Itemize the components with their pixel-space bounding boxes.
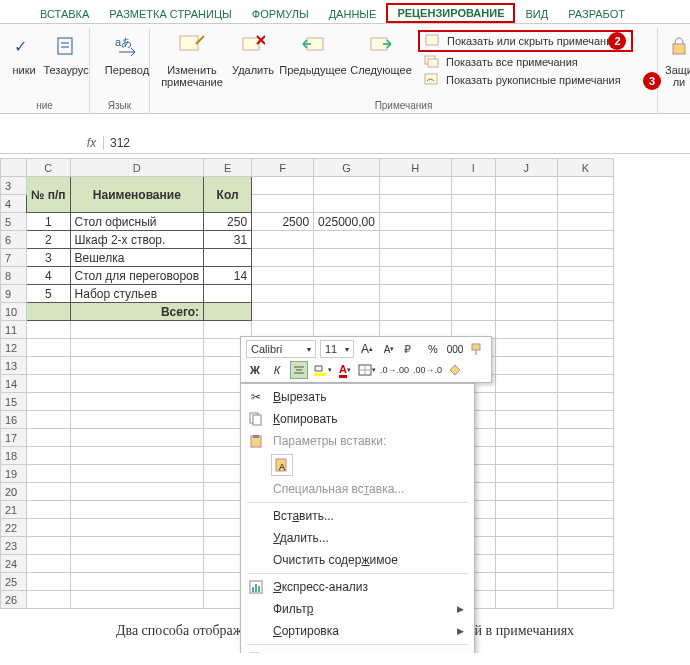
cell[interactable] xyxy=(557,465,613,483)
menu-clear[interactable]: Очистить содержимое xyxy=(241,549,474,571)
row-header[interactable]: 5 xyxy=(1,213,27,231)
col-header[interactable]: I xyxy=(451,159,495,177)
row-header[interactable]: 11 xyxy=(1,321,27,339)
cell[interactable] xyxy=(252,195,314,213)
col-header[interactable]: D xyxy=(70,159,204,177)
cell-name[interactable]: Стол для переговоров xyxy=(70,267,204,285)
menu-edit-comment[interactable]: Изменить примечание xyxy=(241,647,474,653)
increase-font-icon[interactable]: A▴ xyxy=(358,340,376,358)
cell[interactable] xyxy=(495,483,557,501)
format-painter-icon[interactable] xyxy=(468,340,486,358)
col-header[interactable]: H xyxy=(379,159,451,177)
cell[interactable]: 2500 xyxy=(252,213,314,231)
tab-insert[interactable]: ВСТАВКА xyxy=(30,5,99,23)
row-header[interactable]: 24 xyxy=(1,555,27,573)
row-header[interactable]: 15 xyxy=(1,393,27,411)
row-header[interactable]: 8 xyxy=(1,267,27,285)
cell[interactable] xyxy=(495,591,557,609)
cell[interactable] xyxy=(495,339,557,357)
cell-name[interactable]: Вешелка xyxy=(70,249,204,267)
cell[interactable] xyxy=(495,303,557,321)
cell[interactable] xyxy=(451,267,495,285)
italic-button[interactable]: К xyxy=(268,361,286,379)
row-header[interactable]: 13 xyxy=(1,357,27,375)
cell[interactable] xyxy=(557,501,613,519)
cell[interactable] xyxy=(70,321,204,339)
cell[interactable] xyxy=(495,213,557,231)
cell[interactable] xyxy=(314,303,380,321)
cell-name[interactable]: Набор стульев xyxy=(70,285,204,303)
col-header[interactable]: E xyxy=(204,159,252,177)
translate-button[interactable]: aあ Перевод xyxy=(96,28,158,78)
tab-developer[interactable]: РАЗРАБОТ xyxy=(558,5,635,23)
cell[interactable] xyxy=(27,519,71,537)
cell[interactable] xyxy=(27,411,71,429)
menu-quick-analysis[interactable]: Экспресс-анализ xyxy=(241,576,474,598)
font-select[interactable]: Calibri▾ xyxy=(246,340,316,358)
cell[interactable] xyxy=(495,375,557,393)
cell[interactable] xyxy=(314,177,380,195)
cell[interactable] xyxy=(557,429,613,447)
font-size-select[interactable]: 11▾ xyxy=(320,340,354,358)
cell[interactable] xyxy=(27,555,71,573)
col-header[interactable]: C xyxy=(27,159,71,177)
cell[interactable] xyxy=(252,303,314,321)
percent-format-icon[interactable]: % xyxy=(424,340,442,358)
cell[interactable] xyxy=(557,555,613,573)
cell[interactable] xyxy=(495,555,557,573)
row-header[interactable]: 18 xyxy=(1,447,27,465)
cell[interactable] xyxy=(314,195,380,213)
row-header[interactable]: 7 xyxy=(1,249,27,267)
cell[interactable] xyxy=(557,483,613,501)
row-header[interactable]: 16 xyxy=(1,411,27,429)
menu-cut[interactable]: ✂ ВВырезатьырезать xyxy=(241,386,474,408)
cell[interactable] xyxy=(557,267,613,285)
row-header[interactable]: 26 xyxy=(1,591,27,609)
show-hide-comment-button[interactable]: Показать или скрыть примечание 2 xyxy=(418,30,633,52)
cell-num[interactable]: 5 xyxy=(27,285,71,303)
cell[interactable] xyxy=(495,411,557,429)
cell[interactable] xyxy=(379,303,451,321)
tab-view[interactable]: ВИД xyxy=(515,5,558,23)
cell[interactable] xyxy=(70,447,204,465)
cell[interactable] xyxy=(495,231,557,249)
cell-qty[interactable]: 31 xyxy=(204,231,252,249)
cell[interactable] xyxy=(27,537,71,555)
cell[interactable] xyxy=(314,267,380,285)
decrease-decimal-icon[interactable]: .00→.0 xyxy=(413,361,442,379)
cell[interactable] xyxy=(557,195,613,213)
cell[interactable] xyxy=(27,375,71,393)
menu-filter[interactable]: Фильтр▶ xyxy=(241,598,474,620)
menu-paste-special[interactable]: Специальная вставка... xyxy=(241,478,474,500)
cell[interactable] xyxy=(70,555,204,573)
cell[interactable] xyxy=(557,393,613,411)
cell[interactable] xyxy=(70,573,204,591)
cell[interactable] xyxy=(451,177,495,195)
col-header[interactable]: G xyxy=(314,159,380,177)
col-header[interactable]: K xyxy=(557,159,613,177)
cell[interactable] xyxy=(27,447,71,465)
spellcheck-button[interactable]: ✓ ники xyxy=(6,28,42,78)
paste-default-icon[interactable]: A xyxy=(271,454,293,476)
cell[interactable] xyxy=(495,519,557,537)
row-header[interactable]: 20 xyxy=(1,483,27,501)
cell[interactable] xyxy=(495,177,557,195)
total-label[interactable]: Всего: xyxy=(70,303,204,321)
cell-num[interactable]: 1 xyxy=(27,213,71,231)
cell[interactable] xyxy=(451,213,495,231)
row-header[interactable]: 9 xyxy=(1,285,27,303)
cell[interactable] xyxy=(70,537,204,555)
delete-comment-button[interactable]: Удалить xyxy=(228,28,278,90)
cell[interactable] xyxy=(27,501,71,519)
cell[interactable] xyxy=(70,339,204,357)
row-header[interactable]: 3 xyxy=(1,177,27,195)
col-header[interactable]: J xyxy=(495,159,557,177)
cell[interactable] xyxy=(495,573,557,591)
cell[interactable] xyxy=(252,267,314,285)
cell-name[interactable]: Стол офисный xyxy=(70,213,204,231)
cell[interactable] xyxy=(27,321,71,339)
cell[interactable] xyxy=(314,249,380,267)
accounting-format-icon[interactable]: ₽ xyxy=(402,340,420,358)
cell[interactable] xyxy=(557,249,613,267)
tab-review[interactable]: РЕЦЕНЗИРОВАНИЕ xyxy=(386,3,515,23)
